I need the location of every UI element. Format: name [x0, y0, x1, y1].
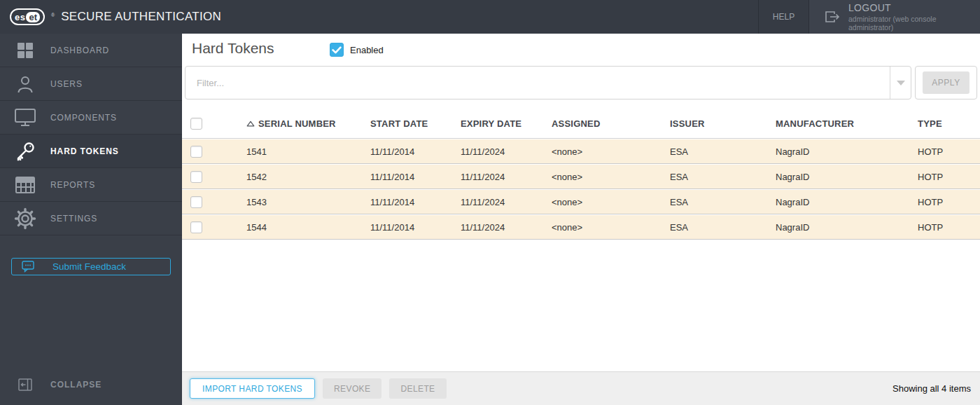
sort-ascending-icon — [246, 121, 255, 127]
sidebar-item-label: DASHBOARD — [50, 46, 109, 55]
cell-assigned: <none> — [552, 146, 670, 157]
cell-expiry-date: 11/11/2024 — [461, 222, 552, 233]
product-title: SECURE AUTHENTICATION — [61, 10, 221, 24]
registered-mark: ® — [51, 13, 55, 18]
table-row[interactable]: 1542 11/11/2014 11/11/2024 <none> ESA Na… — [182, 165, 980, 188]
action-bar: IMPORT HARD TOKENS REVOKE DELETE Showing… — [182, 371, 980, 405]
row-checkbox[interactable] — [190, 146, 202, 158]
table-row[interactable]: 1543 11/11/2014 11/11/2024 <none> ESA Na… — [182, 190, 980, 214]
sidebar: DASHBOARD USERS COMPONENTS HARD TOKENS — [0, 34, 182, 405]
cell-assigned: <none> — [552, 197, 670, 207]
sidebar-item-users[interactable]: USERS — [0, 67, 182, 101]
enabled-label: Enabled — [350, 45, 384, 55]
main-content: Hard Tokens Enabled APPLY — [182, 34, 980, 405]
cell-serial-number: 1541 — [246, 146, 370, 157]
cell-start-date: 11/11/2014 — [370, 146, 461, 157]
filter-dropdown-button[interactable] — [890, 67, 911, 99]
reports-icon — [0, 176, 50, 194]
cell-type: HOTP — [918, 146, 980, 157]
row-checkbox[interactable] — [190, 196, 202, 208]
column-header-expiry-date[interactable]: EXPIRY DATE — [461, 118, 552, 129]
collapse-label: COLLAPSE — [50, 380, 102, 390]
filter-input[interactable] — [186, 67, 890, 99]
cell-serial-number: 1542 — [246, 172, 370, 182]
column-label: ISSUER — [670, 118, 705, 129]
cell-start-date: 11/11/2014 — [370, 222, 461, 233]
table-body: 1541 11/11/2014 11/11/2024 <none> ESA Na… — [182, 139, 980, 240]
column-header-type[interactable]: TYPE — [918, 118, 980, 129]
row-checkbox[interactable] — [190, 221, 202, 233]
cell-expiry-date: 11/11/2024 — [461, 146, 552, 157]
settings-icon — [0, 207, 50, 230]
logout-label: LOGOUT — [848, 2, 980, 13]
column-label: MANUFACTURER — [776, 118, 854, 129]
cell-assigned: <none> — [552, 172, 670, 182]
collapse-button[interactable]: COLLAPSE — [0, 374, 182, 395]
logout-user: administrator (web console administrator… — [848, 15, 980, 32]
cell-issuer: ESA — [670, 222, 776, 233]
table-row[interactable]: 1541 11/11/2014 11/11/2024 <none> ESA Na… — [182, 139, 980, 163]
cell-manufacturer: NagraID — [776, 172, 918, 182]
components-icon — [0, 108, 50, 127]
apply-button[interactable]: APPLY — [923, 71, 969, 94]
table-row[interactable]: 1544 11/11/2014 11/11/2024 <none> ESA Na… — [182, 215, 980, 239]
filter-box — [185, 66, 911, 99]
column-header-start-date[interactable]: START DATE — [370, 118, 461, 129]
sidebar-item-label: COMPONENTS — [50, 113, 117, 123]
brand: es et ® SECURE AUTHENTICATION — [0, 8, 221, 25]
column-label: SERIAL NUMBER — [258, 118, 336, 129]
sidebar-item-label: USERS — [50, 79, 83, 89]
cell-expiry-date: 11/11/2024 — [461, 197, 552, 207]
sidebar-item-label: HARD TOKENS — [50, 146, 119, 156]
cell-assigned: <none> — [552, 222, 670, 233]
cell-issuer: ESA — [670, 197, 776, 207]
logo-text-et: et — [26, 12, 40, 22]
sidebar-item-settings[interactable]: SETTINGS — [0, 202, 182, 235]
items-count-status: Showing all 4 items — [892, 383, 971, 394]
column-header-manufacturer[interactable]: MANUFACTURER — [776, 118, 918, 129]
column-label: START DATE — [370, 118, 428, 129]
cell-start-date: 11/11/2014 — [370, 197, 461, 207]
sidebar-item-reports[interactable]: REPORTS — [0, 168, 182, 202]
submit-feedback-button[interactable]: Submit Feedback — [11, 258, 171, 275]
row-checkbox[interactable] — [190, 171, 202, 183]
sidebar-item-label: SETTINGS — [50, 214, 97, 224]
logout-button[interactable]: LOGOUT administrator (web console admini… — [808, 0, 980, 34]
collapse-icon — [0, 378, 50, 391]
sidebar-item-dashboard[interactable]: DASHBOARD — [0, 34, 182, 67]
help-button[interactable]: HELP — [758, 0, 808, 34]
key-icon — [0, 141, 50, 162]
help-label: HELP — [773, 12, 794, 22]
top-bar: es et ® SECURE AUTHENTICATION HELP LOGOU… — [0, 0, 980, 34]
logo-text-es: es — [15, 12, 25, 22]
page-header: Hard Tokens Enabled — [182, 34, 980, 66]
column-header-assigned[interactable]: ASSIGNED — [552, 118, 670, 129]
submit-feedback-label: Submit Feedback — [52, 261, 126, 272]
enabled-checkbox[interactable] — [330, 43, 344, 57]
cell-manufacturer: NagraID — [776, 197, 918, 207]
cell-start-date: 11/11/2014 — [370, 172, 461, 182]
sidebar-item-label: REPORTS — [50, 180, 95, 190]
sidebar-item-components[interactable]: COMPONENTS — [0, 101, 182, 135]
column-label: EXPIRY DATE — [461, 118, 522, 129]
cell-manufacturer: NagraID — [776, 222, 918, 233]
cell-issuer: ESA — [670, 146, 776, 157]
column-header-issuer[interactable]: ISSUER — [670, 118, 776, 129]
cell-type: HOTP — [918, 197, 980, 207]
table-header: SERIAL NUMBER START DATE EXPIRY DATE ASS… — [182, 109, 980, 139]
select-all-checkbox[interactable] — [190, 118, 202, 130]
column-label: ASSIGNED — [552, 118, 601, 129]
checkmark-icon — [332, 46, 342, 54]
delete-button[interactable]: DELETE — [389, 378, 446, 399]
chevron-down-icon — [897, 81, 905, 85]
cell-issuer: ESA — [670, 172, 776, 182]
sidebar-item-hard-tokens[interactable]: HARD TOKENS — [0, 135, 182, 168]
column-header-serial-number[interactable]: SERIAL NUMBER — [246, 118, 370, 129]
feedback-bubble-icon — [22, 261, 34, 273]
page-title: Hard Tokens — [192, 40, 274, 57]
revoke-button[interactable]: REVOKE — [323, 378, 382, 399]
import-hard-tokens-button[interactable]: IMPORT HARD TOKENS — [190, 378, 315, 399]
eset-logo-icon: es et — [10, 8, 45, 25]
cell-type: HOTP — [918, 172, 980, 182]
column-label: TYPE — [918, 118, 942, 129]
